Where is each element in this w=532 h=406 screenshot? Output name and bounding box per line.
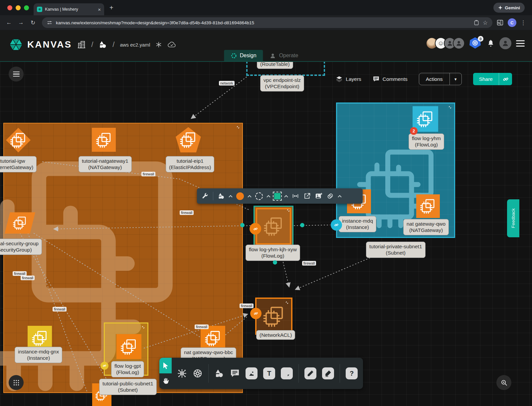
tab-design[interactable]: Design — [224, 50, 263, 61]
apps-grid-button[interactable] — [9, 375, 24, 390]
chevron-up-icon[interactable] — [248, 195, 251, 199]
edge-pen-tool[interactable] — [304, 367, 316, 379]
collapse-icon[interactable] — [286, 208, 290, 213]
node-label-route-table: (RouteTable) — [257, 62, 293, 69]
select-tool-active[interactable] — [159, 358, 172, 373]
feedback-tab[interactable]: Feedback — [507, 199, 519, 237]
close-tab-icon[interactable]: × — [98, 7, 101, 12]
resize-width-icon[interactable] — [292, 192, 299, 200]
new-tab-button[interactable]: + — [109, 4, 113, 12]
address-bar[interactable]: kanvas.new/extension/meshmap?mode=design… — [42, 17, 492, 28]
chevron-up-icon[interactable] — [338, 195, 341, 199]
freehand-draw-tool[interactable] — [322, 367, 334, 379]
open-external-icon[interactable] — [303, 192, 311, 200]
site-info-icon[interactable] — [47, 20, 53, 26]
chevron-up-icon[interactable] — [284, 195, 288, 199]
node-nat-gateway-qwo-bbc[interactable] — [201, 326, 225, 350]
sticky-note-tool[interactable] — [281, 367, 293, 379]
close-window-button[interactable] — [7, 5, 12, 10]
organization-icon[interactable] — [77, 40, 86, 49]
chip-icon — [180, 131, 197, 148]
comment-tool[interactable] — [230, 368, 240, 378]
collapse-icon[interactable] — [141, 325, 145, 329]
maximize-window-button[interactable] — [24, 5, 29, 10]
tab-operate[interactable]: Operate — [263, 50, 305, 61]
fill-color-swatch[interactable] — [236, 192, 244, 200]
hand-icon — [161, 377, 170, 385]
selection-handle[interactable] — [273, 260, 277, 265]
collapse-icon[interactable] — [236, 125, 240, 129]
browser-tab[interactable]: Kanvas | Meshery × — [34, 3, 104, 15]
node-tutorial-natgateway1[interactable] — [92, 128, 116, 152]
kubernetes-context-button[interactable]: 0 — [469, 37, 482, 49]
gemini-button[interactable]: Gemini — [493, 3, 525, 13]
actions-button[interactable]: Actions — [419, 73, 449, 85]
actions-dropdown-button[interactable]: ▼ — [449, 73, 461, 85]
node-label-vpc-endpoint: vpc endpoint-slz(VPCEndpoint) — [260, 75, 304, 92]
add-image-icon[interactable] — [315, 192, 322, 200]
url-text[interactable]: kanvas.new/extension/meshmap?mode=design… — [56, 20, 254, 25]
kubernetes-components-tool[interactable] — [193, 368, 203, 378]
minimize-window-button[interactable] — [16, 5, 21, 10]
design-file-name[interactable]: aws ec2.yaml — [120, 42, 150, 48]
breadcrumb-separator: / — [112, 40, 114, 49]
chip-icon — [120, 338, 137, 355]
kanvas-logo[interactable]: KANVAS — [8, 37, 72, 52]
bookmark-star-icon[interactable]: ☆ — [483, 19, 488, 26]
zoom-button[interactable] — [496, 375, 511, 390]
copy-link-button[interactable] — [499, 73, 512, 85]
user-profile-avatar[interactable] — [499, 37, 511, 49]
image-tool[interactable] — [246, 367, 258, 379]
edge-label-network: network — [219, 81, 235, 86]
shortcuts-icon[interactable] — [155, 41, 162, 48]
configure-wrench-icon[interactable] — [201, 192, 209, 200]
comments-button[interactable]: Comments — [373, 76, 408, 83]
stroke-style-tool[interactable] — [255, 192, 263, 200]
edge-link-badge[interactable] — [331, 219, 342, 231]
group-circles-icon[interactable] — [327, 192, 334, 200]
shape-style-swatch[interactable] — [274, 193, 280, 199]
node-tutorial-security-group[interactable] — [5, 212, 35, 234]
share-button[interactable]: Share — [473, 73, 499, 85]
collaborator-avatars: ☺ — [426, 37, 465, 49]
flow-log-gpt-badge[interactable] — [100, 362, 108, 370]
header-menu-icon[interactable] — [516, 40, 525, 47]
edge-label-firewall: firewall — [302, 261, 316, 266]
canvas-menu-button[interactable] — [9, 67, 24, 82]
link-icon — [503, 76, 509, 82]
chip-icon — [11, 216, 29, 230]
selection-handle[interactable] — [300, 223, 304, 227]
browser-profile-avatar[interactable]: C — [508, 18, 516, 27]
collaborator-avatar[interactable] — [453, 37, 465, 49]
side-panel-icon[interactable] — [496, 19, 504, 26]
selection-handle[interactable] — [240, 223, 245, 227]
workspace-shapes-icon[interactable] — [98, 40, 107, 49]
mesh-components-tool[interactable] — [177, 368, 187, 378]
shapes-tool[interactable] — [214, 368, 224, 378]
help-tool[interactable]: ? — [346, 367, 358, 379]
reload-button[interactable]: ↻ — [28, 18, 38, 28]
save-clipboard-icon[interactable] — [473, 20, 479, 26]
layers-button[interactable]: Layers — [336, 76, 361, 83]
notifications-bell-icon[interactable] — [487, 39, 495, 47]
text-tool[interactable]: T — [263, 367, 275, 379]
node-flow-log-gpt[interactable] — [116, 334, 141, 359]
chevron-up-icon[interactable] — [266, 195, 270, 199]
forward-button[interactable]: → — [16, 18, 26, 28]
flow-log-kjh-badge[interactable] — [250, 223, 261, 235]
design-canvas[interactable]: Layers Comments Actions ▼ Share (RouteTa… — [0, 62, 532, 406]
chevron-up-icon[interactable] — [229, 195, 232, 199]
back-button[interactable]: ← — [4, 18, 14, 28]
network-acl-badge[interactable] — [250, 308, 262, 319]
pan-tool[interactable] — [159, 373, 172, 389]
share-split-button: Share — [473, 73, 512, 85]
kubernetes-count-badge: 0 — [478, 36, 483, 42]
collapse-icon[interactable] — [448, 105, 452, 109]
shapes-tool-icon[interactable] — [218, 192, 225, 200]
header-right: ☺ 0 — [426, 37, 525, 49]
node-label-security-group: tutorial-security-group(SecurityGroup) — [0, 239, 42, 255]
collapse-icon[interactable] — [285, 301, 289, 305]
dock-tools: T ? — [172, 358, 363, 389]
node-nat-gateway-qwo[interactable] — [416, 194, 440, 218]
browser-menu-icon[interactable]: ⋮ — [520, 19, 526, 26]
